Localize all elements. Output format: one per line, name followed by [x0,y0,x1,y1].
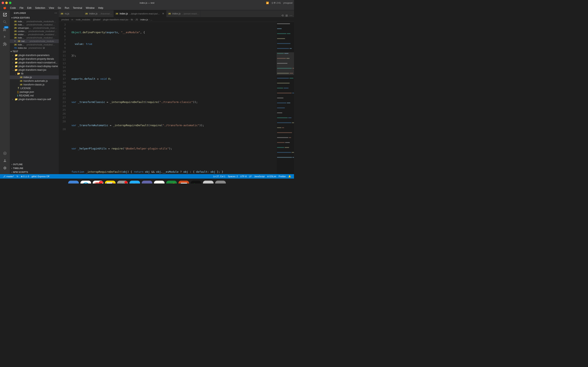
tree-file-package-json[interactable]: {} package.json [10,90,59,94]
code-content[interactable]: Object.defineProperty(exports, "__esModu… [69,22,277,174]
errors-status[interactable]: ⊗ 0 ⚠ 0 [20,174,30,179]
code-line [71,89,277,92]
tab-index-js-react-jsx[interactable]: JS index.js .../plugin-transform-react-j… [114,10,166,17]
source-control-icon[interactable]: 102 [2,26,8,32]
timeline-section[interactable]: › TIMELINE [10,166,59,170]
dock-calendar[interactable]: 📅 19 [93,181,103,184]
dock-teams[interactable]: 👥 [142,181,152,184]
close-editor-icon[interactable]: ✕ [14,40,16,43]
sync-status[interactable]: ↻ [15,174,20,179]
test-folder-header[interactable]: ▾ TEST [10,50,59,53]
minimize-button[interactable] [5,2,8,4]
prettier-status[interactable]: Prettier [277,174,287,179]
dock-vscode[interactable]: ❯ [130,181,140,184]
explorer-menu-icon[interactable]: ··· [54,11,57,15]
tree-folder-react-display-name[interactable]: › 📁 plugin-transform-react-display-name [10,64,59,68]
js-icon: JS [14,44,17,46]
language-status[interactable]: JavaScript [253,174,266,179]
dock-trash[interactable]: 🗑 [215,181,226,184]
gith-status[interactable]: githd: Express Off [30,174,51,179]
menu-terminal[interactable]: Terminal [71,6,84,9]
errors-label: ⊗ 0 ⚠ 0 [21,175,29,178]
tree-file-index-js[interactable]: JS index.js [10,75,59,79]
open-editor-item[interactable]: JS index.js ymctest/m/node_modules/@ba..… [10,43,59,46]
breadcrumb-plugin[interactable]: plugin-transform-react-jsx [103,18,129,21]
dock-powerpoint[interactable]: 📊 [178,181,189,184]
menu-code[interactable]: Code [8,6,17,9]
open-editor-item[interactable]: JS visitors.js ymctest/m/node_modules/@b… [10,33,59,36]
breadcrumb-lib[interactable]: lib [131,18,133,21]
menu-go[interactable]: Go [56,6,63,9]
open-editor-item[interactable]: JS index.js ymctest/m/node_modules/babel… [10,20,59,23]
open-editor-item[interactable]: JS index.js ymctest/m/node_modules/@ba..… [10,36,59,39]
code-line [71,65,277,69]
tree-file-readme[interactable]: ℹ README.md [10,94,59,98]
explorer-header[interactable]: EXPLORER ··· [10,10,59,16]
eol-status[interactable]: LF [248,174,253,179]
open-editors-header[interactable]: ▾ OPEN EDITORS [10,16,59,20]
cursor-position-label: Ln 27, Col 1 [213,175,225,178]
breadcrumb-babel[interactable]: @babel [93,18,100,21]
breadcrumb-ymctest[interactable]: ymctest [61,18,69,21]
menu-apple[interactable]: 🍎 [2,6,8,9]
tree-folder-property-literals[interactable]: › 📁 plugin-transform-property-literals [10,57,59,61]
menu-run[interactable]: Run [63,6,71,9]
editor-layout-icon[interactable]: ⊞ [285,14,288,17]
dock-system-prefs[interactable]: ⚙️ 1 [117,181,128,184]
dock-fluid[interactable]: 🫖 [154,181,164,184]
git-branch-status[interactable]: ⎇ master* [2,174,15,179]
close-button[interactable] [2,2,4,4]
tab-index-js-traverse[interactable]: JS index.js .../traverse/... [83,10,114,17]
tree-file-transform-automatic[interactable]: JS transform-automatic.js [10,79,59,83]
settings-icon[interactable] [2,165,8,171]
search-icon[interactable] [2,19,8,25]
spaces-status[interactable]: Spaces: 2 [227,174,239,179]
more-actions-icon[interactable]: ⋯ [290,14,292,17]
maximize-button[interactable] [9,2,11,4]
split-editor-icon[interactable]: ⟲ [281,14,284,17]
tree-folder-plugin-parameters[interactable]: › 📁 plugin-transform-parameters [10,53,59,57]
code-editor[interactable]: 3 4 5 6 7 8 9 10 11 12 13 14 15 16 17 18… [59,22,294,174]
menu-view[interactable]: View [47,6,56,9]
tree-file-transform-classic[interactable]: JS transform-classic.js [10,83,59,86]
dock-sourcetree[interactable]: 🌿 [166,181,177,184]
tab-rs-js[interactable]: JS rs.js [59,10,83,17]
open-editor-item[interactable]: JS virtual-types.js ymctest/m/node_modul… [10,26,59,30]
breadcrumb-m[interactable]: m [71,18,73,21]
tree-file-license[interactable]: 🎖 LICENSE [10,86,59,90]
menu-help[interactable]: Help [96,6,105,9]
notification-icon-status[interactable]: 🔔 [287,174,292,179]
explorer-icon[interactable] [2,12,8,17]
encoding-status[interactable]: UTF-8 [239,174,248,179]
open-editor-item[interactable]: JS index.js ymctest/m/node_modules/@ba..… [10,23,59,26]
dock-terminal[interactable]: $_ [191,181,201,184]
eslint-status[interactable]: ⊘ ESLint [266,174,277,179]
menu-window[interactable]: Window [84,6,96,9]
tree-folder-react-jsx[interactable]: ⌄ 📂 plugin-transform-react-jsx [10,68,59,72]
menu-file[interactable]: File [18,6,25,9]
open-editor-item-active[interactable]: ✕ JS index.js ymctest/m/node_modules/@ba… [10,39,59,43]
close-tab-icon[interactable]: ✕ [162,12,164,15]
breadcrumb-more[interactable]: ... [150,18,152,21]
breadcrumb-file[interactable]: index.js [140,18,148,21]
menu-selection[interactable]: Selection [34,6,47,9]
open-editor-item[interactable]: JS context.js ymctest/m/node_modules/@..… [10,30,59,33]
run-debug-icon[interactable] [2,34,8,40]
open-editor-item-tsx[interactable]: TS index.tsx ymctest/m/src U [10,46,59,50]
tab-index-js-preset-react[interactable]: JS index.js .../preset-react/... [166,10,201,17]
dock-finder[interactable]: 🗂 [68,181,79,184]
dock-chrome[interactable]: 🌐 [80,181,91,184]
remote-icon[interactable] [2,150,8,156]
cursor-position-status[interactable]: Ln 27, Col 1 [212,174,226,179]
tree-folder-lib[interactable]: ⌄ 📂 lib [10,72,59,75]
account-icon[interactable] [2,158,8,164]
outline-section[interactable]: › OUTLINE [10,162,59,166]
breadcrumb-node_modules[interactable]: node_modules [76,18,90,21]
tree-folder-react-jsx-self[interactable]: › 📁 plugin-transform-react-jsx-self [10,98,59,101]
menu-edit[interactable]: Edit [26,6,33,9]
npm-scripts-section[interactable]: › NPM SCRIPTS [10,170,59,174]
extensions-icon[interactable] [2,41,8,47]
tree-folder-react-constant[interactable]: › 📁 plugin-transform-react-constant-el..… [10,61,59,64]
dock-notes[interactable]: 📝 [105,181,116,184]
dock-finder2[interactable]: 📂 [203,181,214,184]
